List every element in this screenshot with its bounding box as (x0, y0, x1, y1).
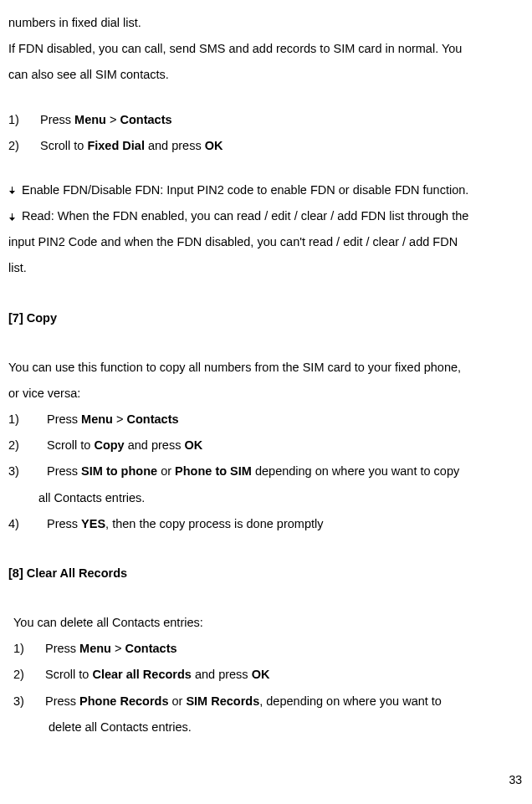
menu-name: Menu (74, 113, 106, 126)
ordered-list: 1) Press Menu > Contacts 2) Scroll to Co… (8, 407, 524, 537)
arrow-bullet-icon (8, 203, 22, 229)
key-name: YES (81, 517, 105, 530)
text: > (113, 412, 127, 426)
menu-name: Contacts (126, 412, 178, 426)
menu-name: Contacts (120, 113, 171, 126)
menu-name: Contacts (125, 642, 176, 655)
list-number: 1) (13, 636, 45, 662)
list-item: 3) Press Phone Records or SIM Records, d… (13, 689, 524, 714)
heading-text: [8] Clear All Records (8, 566, 127, 580)
page-number: 33 (509, 767, 522, 792)
list-item: 2) Scroll to Clear all Records and press… (13, 662, 524, 688)
body-text: You can delete all Contacts entries: (13, 610, 524, 636)
list-text: Press Menu > Contacts (40, 107, 524, 133)
list-item-continuation: delete all Contacts entries. (13, 714, 524, 740)
bullet-text: Enable FDN/Disable FDN: Input PIN2 code … (22, 177, 524, 203)
body-text: or vice versa: (8, 381, 524, 407)
list-item: 1) Press Menu > Contacts (8, 107, 524, 133)
list-number: 3) (13, 689, 45, 714)
text: and press (145, 139, 205, 152)
text: or (168, 694, 186, 708)
text: Press (45, 694, 79, 708)
text: Press (45, 642, 79, 655)
heading-text: [7] Copy (8, 311, 57, 325)
list-text: Press SIM to phone or Phone to SIM depen… (47, 458, 524, 484)
list-number: 1) (8, 107, 40, 133)
ordered-list: 1) Press Menu > Contacts 2) Scroll to Cl… (13, 636, 524, 740)
list-number: 1) (8, 407, 47, 433)
menu-name: Phone Records (79, 694, 168, 708)
bullet-text: Read: When the FDN enabled, you can read… (22, 203, 524, 229)
text: Press (47, 412, 81, 426)
list-text: Scroll to Copy and press OK (47, 433, 524, 458)
list-number: 2) (8, 433, 47, 458)
menu-name: SIM to phone (81, 464, 157, 478)
section-heading: [7] Copy (8, 305, 524, 331)
list-number: 3) (8, 458, 47, 484)
list-number: 2) (13, 662, 45, 688)
text: Scroll to (47, 438, 94, 452)
text: Press (47, 464, 81, 478)
text: and press (125, 438, 185, 452)
text: Press (47, 517, 81, 530)
menu-name: Menu (79, 642, 111, 655)
text: Scroll to (45, 668, 92, 681)
list-number: 2) (8, 133, 40, 159)
menu-name: Clear all Records (92, 668, 191, 681)
list-item: 1) Press Menu > Contacts (13, 636, 524, 662)
body-text: numbers in fixed dial list. (8, 10, 524, 36)
bullet-item: Enable FDN/Disable FDN: Input PIN2 code … (8, 177, 524, 203)
key-name: OK (184, 438, 202, 452)
menu-name: Copy (94, 438, 124, 452)
key-name: OK (252, 668, 270, 681)
list-item: 1) Press Menu > Contacts (8, 407, 524, 433)
menu-name: Menu (81, 412, 113, 426)
body-text: can also see all SIM contacts. (8, 62, 524, 88)
body-text: You can use this function to copy all nu… (8, 355, 524, 381)
text: Scroll to (40, 139, 87, 152)
list-text: Press Phone Records or SIM Records, depe… (45, 689, 524, 714)
bullet-item: Read: When the FDN enabled, you can read… (8, 203, 524, 229)
bullet-continuation: list. (8, 255, 524, 281)
list-text: Scroll to Clear all Records and press OK (45, 662, 524, 688)
list-text: all Contacts entries. (38, 485, 524, 511)
text: Press (40, 113, 74, 126)
arrow-bullet-icon (8, 177, 22, 203)
text: or (157, 464, 175, 478)
text: , then the copy process is done promptly (105, 517, 323, 530)
menu-name: Phone to SIM (175, 464, 252, 478)
ordered-list: 1) Press Menu > Contacts 2) Scroll to Fi… (8, 107, 524, 159)
text: , depending on where you want to (259, 694, 442, 708)
list-text: Press YES, then the copy process is done… (47, 511, 524, 537)
list-text: delete all Contacts entries. (49, 714, 524, 740)
body-text: If FDN disabled, you can call, send SMS … (8, 36, 524, 62)
list-item-continuation: all Contacts entries. (8, 485, 524, 511)
list-item: 3) Press SIM to phone or Phone to SIM de… (8, 458, 524, 484)
text: depending on where you want to copy (252, 464, 459, 478)
list-item: 4) Press YES, then the copy process is d… (8, 511, 524, 537)
spacer (8, 485, 38, 511)
text: and press (192, 668, 252, 681)
section-heading: [8] Clear All Records (8, 561, 524, 586)
key-name: OK (205, 139, 223, 152)
menu-name: SIM Records (186, 694, 259, 708)
spacer (13, 714, 49, 740)
menu-name: Fixed Dial (87, 139, 145, 152)
list-number: 4) (8, 511, 47, 537)
list-text: Press Menu > Contacts (45, 636, 524, 662)
list-item: 2) Scroll to Fixed Dial and press OK (8, 133, 524, 159)
list-text: Scroll to Fixed Dial and press OK (40, 133, 524, 159)
bullet-continuation: input PIN2 Code and when the FDN disable… (8, 229, 524, 255)
text: > (111, 642, 125, 655)
list-text: Press Menu > Contacts (47, 407, 524, 433)
list-item: 2) Scroll to Copy and press OK (8, 433, 524, 458)
text: > (106, 113, 120, 126)
